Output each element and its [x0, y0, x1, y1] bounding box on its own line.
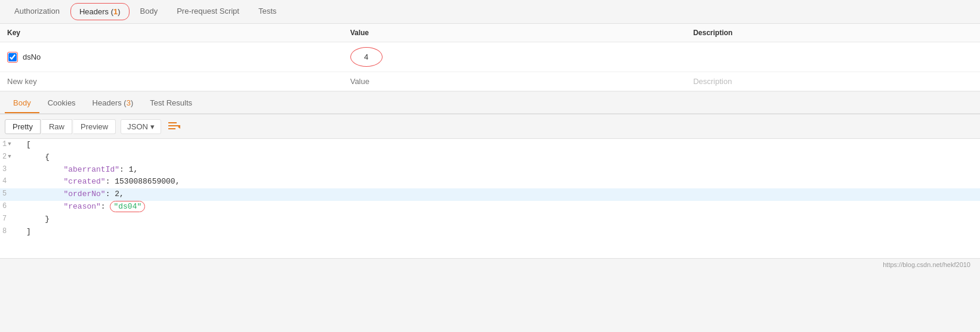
collapse-arrow[interactable]: ▼ [8, 140, 11, 148]
value-column-header: Value [343, 24, 686, 42]
code-line-5: 5 "orderNo": 2, [0, 188, 980, 201]
code-line-1: 1 ▼ [ [0, 139, 980, 151]
row-checkbox-wrap [7, 52, 18, 63]
preview-button[interactable]: Preview [73, 119, 116, 134]
tab-body-response[interactable]: Body [5, 94, 39, 113]
value-input[interactable] [360, 52, 372, 61]
footer-bar: https://blog.csdn.net/hekf2010 [0, 258, 980, 271]
new-value-input[interactable] [350, 77, 679, 86]
svg-rect-1 [168, 125, 180, 126]
top-tabs-bar: Authorization Headers (1) Body Pre-reque… [0, 0, 980, 24]
headers-section: Key Value Description [0, 24, 980, 92]
raw-button[interactable]: Raw [42, 119, 72, 134]
key-cell [7, 52, 336, 63]
tab-prerequest[interactable]: Pre-request Script [167, 1, 249, 23]
value-highlight [350, 47, 383, 67]
code-line-4: 4 "created": 1530088659000, [0, 176, 980, 188]
tab-test-results[interactable]: Test Results [141, 94, 201, 113]
headers-table: Key Value Description [0, 24, 980, 91]
svg-rect-0 [168, 122, 177, 123]
table-row [0, 42, 980, 72]
key-column-header: Key [0, 24, 343, 42]
code-viewer: 1 ▼ [ 2 ▼ { 3 "aberrantId": 1, 4 "create… [0, 139, 980, 258]
tab-body-request[interactable]: Body [131, 1, 168, 23]
code-line-3: 3 "aberrantId": 1, [0, 164, 980, 176]
tab-authorization[interactable]: Authorization [5, 1, 69, 23]
new-key-input[interactable] [7, 77, 336, 86]
description-cell [686, 42, 980, 72]
description-column-header: Description [686, 24, 980, 42]
format-dropdown[interactable]: JSON ▾ [121, 119, 161, 134]
tab-headers[interactable]: Headers (1) [70, 3, 130, 20]
tab-headers-response[interactable]: Headers (3) [84, 94, 142, 113]
chevron-down-icon: ▾ [150, 122, 155, 131]
code-line-7: 7 } [0, 213, 980, 226]
response-tabs-bar: Body Cookies Headers (3) Test Results [0, 92, 980, 114]
collapse-arrow-2[interactable]: ▼ [8, 153, 11, 161]
svg-rect-2 [168, 128, 175, 129]
format-bar: Pretty Raw Preview JSON ▾ [0, 114, 980, 139]
key-input[interactable] [23, 52, 336, 61]
code-line-8: 8 ] [0, 226, 980, 238]
wrap-icon[interactable] [166, 118, 183, 135]
code-line-6: 6 "reason": "ds04" [0, 201, 980, 213]
tab-cookies[interactable]: Cookies [39, 94, 84, 113]
row-checkbox[interactable] [8, 53, 17, 61]
footer-url: https://blog.csdn.net/hekf2010 [883, 261, 970, 268]
new-description-placeholder: Description [693, 77, 732, 86]
new-row: Description [0, 72, 980, 91]
code-line-2: 2 ▼ { [0, 151, 980, 164]
pretty-button[interactable]: Pretty [5, 119, 41, 134]
tab-tests[interactable]: Tests [249, 1, 286, 23]
